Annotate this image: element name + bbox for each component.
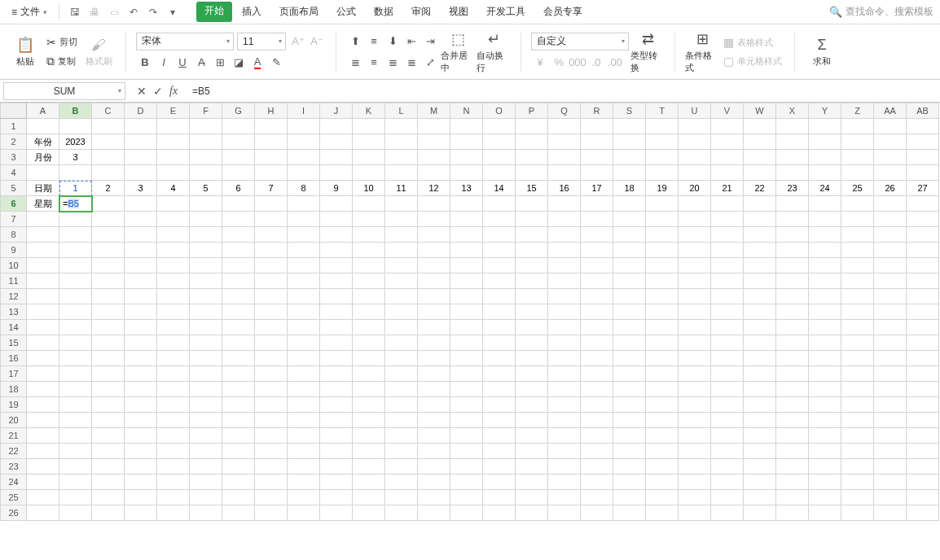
cell-A16[interactable] bbox=[27, 351, 59, 366]
cell-T9[interactable] bbox=[646, 243, 679, 258]
cell-M25[interactable] bbox=[418, 490, 450, 505]
cell-E2[interactable] bbox=[157, 134, 190, 150]
cell-M14[interactable] bbox=[418, 320, 450, 335]
cell-K22[interactable] bbox=[353, 444, 385, 459]
comma-icon[interactable]: 000 bbox=[569, 54, 586, 72]
cell-AA24[interactable] bbox=[874, 475, 907, 490]
cell-E6[interactable] bbox=[157, 196, 190, 212]
cell-K2[interactable] bbox=[353, 134, 385, 150]
cell-R10[interactable] bbox=[581, 258, 613, 273]
cell-P6[interactable] bbox=[516, 196, 548, 212]
cell-N25[interactable] bbox=[450, 490, 483, 505]
cell-X2[interactable] bbox=[776, 134, 809, 150]
highlight-icon[interactable]: ✎ bbox=[267, 54, 285, 72]
print-icon[interactable]: 🖶 bbox=[86, 3, 103, 21]
cell-S22[interactable] bbox=[613, 444, 646, 459]
cell-P22[interactable] bbox=[516, 444, 548, 459]
cell-D8[interactable] bbox=[125, 227, 157, 243]
cell-W17[interactable] bbox=[744, 366, 776, 382]
cell-I9[interactable] bbox=[288, 243, 320, 258]
cell-L8[interactable] bbox=[385, 227, 418, 243]
cell-T16[interactable] bbox=[646, 351, 679, 366]
cell-C18[interactable] bbox=[92, 382, 125, 397]
cell-Z10[interactable] bbox=[841, 258, 874, 273]
cell-U3[interactable] bbox=[679, 150, 711, 165]
cell-AB25[interactable] bbox=[907, 490, 939, 505]
cell-W22[interactable] bbox=[744, 444, 776, 459]
cell-AB23[interactable] bbox=[907, 459, 939, 475]
cell-Z2[interactable] bbox=[841, 134, 874, 150]
cell-Q17[interactable] bbox=[548, 366, 581, 382]
column-header[interactable]: K bbox=[353, 103, 385, 119]
cell-S10[interactable] bbox=[613, 258, 646, 273]
cell-H16[interactable] bbox=[255, 351, 288, 366]
cell-A26[interactable] bbox=[27, 505, 59, 521]
cell-C7[interactable] bbox=[92, 212, 125, 227]
cell-Y9[interactable] bbox=[809, 243, 841, 258]
cell-G25[interactable] bbox=[222, 490, 255, 505]
cell-V2[interactable] bbox=[711, 134, 744, 150]
cell-B19[interactable] bbox=[59, 397, 92, 413]
cell-AA13[interactable] bbox=[874, 304, 907, 320]
cell-X6[interactable] bbox=[776, 196, 809, 212]
cell-H25[interactable] bbox=[255, 490, 288, 505]
cell-U17[interactable] bbox=[679, 366, 711, 382]
column-header[interactable]: S bbox=[613, 103, 646, 119]
cell-E8[interactable] bbox=[157, 227, 190, 243]
cell-F7[interactable] bbox=[190, 212, 222, 227]
cell-M16[interactable] bbox=[418, 351, 450, 366]
cell-R9[interactable] bbox=[581, 243, 613, 258]
cell-U12[interactable] bbox=[679, 289, 711, 304]
tab-insert[interactable]: 插入 bbox=[234, 2, 270, 22]
cell-Y12[interactable] bbox=[809, 289, 841, 304]
cell-L15[interactable] bbox=[385, 335, 418, 351]
cell-A1[interactable] bbox=[27, 119, 59, 134]
cell-E20[interactable] bbox=[157, 413, 190, 428]
cell-H26[interactable] bbox=[255, 505, 288, 521]
cell-J14[interactable] bbox=[320, 320, 353, 335]
cell-E9[interactable] bbox=[157, 243, 190, 258]
cell-H12[interactable] bbox=[255, 289, 288, 304]
cell-Z7[interactable] bbox=[841, 212, 874, 227]
cell-Q24[interactable] bbox=[548, 475, 581, 490]
cell-G26[interactable] bbox=[222, 505, 255, 521]
tab-home[interactable]: 开始 bbox=[196, 2, 232, 22]
cell-U11[interactable] bbox=[679, 273, 711, 289]
cell-E23[interactable] bbox=[157, 459, 190, 475]
cell-L7[interactable] bbox=[385, 212, 418, 227]
cell-Q25[interactable] bbox=[548, 490, 581, 505]
cell-N24[interactable] bbox=[450, 475, 483, 490]
cell-B15[interactable] bbox=[59, 335, 92, 351]
column-header[interactable]: I bbox=[288, 103, 320, 119]
cell-L5[interactable]: 11 bbox=[385, 181, 418, 196]
cell-AB14[interactable] bbox=[907, 320, 939, 335]
cell-O5[interactable]: 14 bbox=[483, 181, 516, 196]
cell-Z24[interactable] bbox=[841, 475, 874, 490]
row-header[interactable]: 3 bbox=[1, 150, 27, 165]
cell-V26[interactable] bbox=[711, 505, 744, 521]
sum-button[interactable]: Σ 求和 bbox=[805, 29, 839, 75]
cell-P15[interactable] bbox=[516, 335, 548, 351]
cell-G2[interactable] bbox=[222, 134, 255, 150]
cell-F3[interactable] bbox=[190, 150, 222, 165]
wrap-button[interactable]: ↵ 自动换行 bbox=[477, 29, 511, 75]
cell-B25[interactable] bbox=[59, 490, 92, 505]
cell-U19[interactable] bbox=[679, 397, 711, 413]
cell-G8[interactable] bbox=[222, 227, 255, 243]
cell-L17[interactable] bbox=[385, 366, 418, 382]
table-style-button[interactable]: ▦表格样式 bbox=[721, 34, 784, 50]
column-header[interactable]: D bbox=[125, 103, 157, 119]
cell-Y17[interactable] bbox=[809, 366, 841, 382]
cell-P11[interactable] bbox=[516, 273, 548, 289]
cell-AB3[interactable] bbox=[907, 150, 939, 165]
cell-R1[interactable] bbox=[581, 119, 613, 134]
cell-M22[interactable] bbox=[418, 444, 450, 459]
cell-J3[interactable] bbox=[320, 150, 353, 165]
cell-K15[interactable] bbox=[353, 335, 385, 351]
cell-R3[interactable] bbox=[581, 150, 613, 165]
cell-Z17[interactable] bbox=[841, 366, 874, 382]
column-header[interactable]: Z bbox=[841, 103, 874, 119]
cell-I21[interactable] bbox=[288, 428, 320, 444]
cell-B5[interactable]: 1 bbox=[59, 181, 92, 196]
cell-AA15[interactable] bbox=[874, 335, 907, 351]
